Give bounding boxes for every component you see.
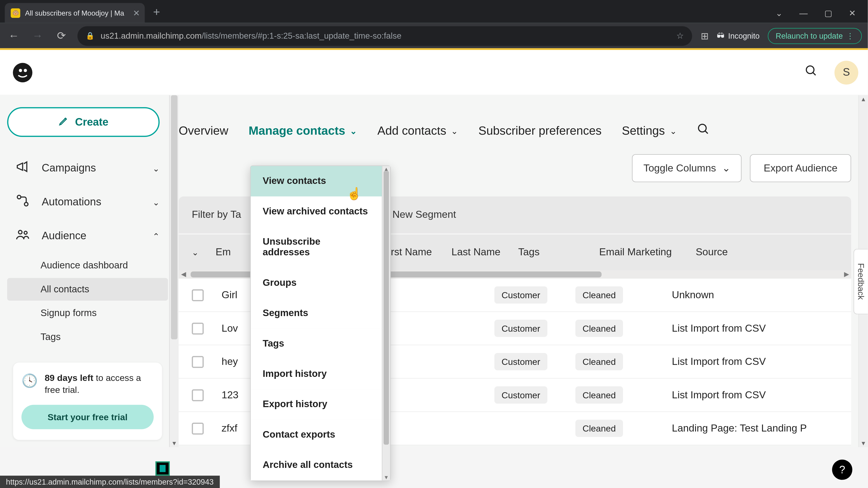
- incognito-icon: 🕶: [717, 31, 724, 40]
- dd-tags[interactable]: Tags: [251, 329, 382, 359]
- svg-point-5: [17, 195, 21, 199]
- tab-close-icon[interactable]: ✕: [133, 8, 140, 18]
- window-close-icon[interactable]: ✕: [849, 8, 856, 18]
- sidebar-item-campaigns[interactable]: Campaigns ⌄: [7, 151, 168, 185]
- megaphone-icon: [16, 160, 31, 177]
- scroll-down-icon[interactable]: ▼: [170, 440, 179, 446]
- trial-text: 89 days left to access a free trial.: [45, 372, 154, 396]
- row-checkbox[interactable]: [192, 322, 204, 334]
- dd-import-history[interactable]: Import history: [251, 359, 382, 389]
- header-search-icon[interactable]: [805, 64, 818, 80]
- cursor-icon: ☝️: [347, 186, 362, 201]
- new-segment-button[interactable]: New Segment: [393, 209, 456, 221]
- incognito-label: Incognito: [728, 31, 760, 40]
- dd-export-history[interactable]: Export history: [251, 389, 382, 420]
- clock-icon: 🕓: [22, 372, 37, 396]
- cell-source: List Import from CSV: [672, 356, 838, 367]
- dd-view-archived-contacts[interactable]: View archived contacts: [251, 197, 382, 227]
- scroll-right-icon[interactable]: ▶: [844, 270, 849, 278]
- tab-title: All subscribers of Moodjoy | Ma: [25, 8, 128, 17]
- svg-point-2: [24, 68, 27, 72]
- col-source[interactable]: Source: [696, 247, 838, 258]
- intercom-launcher-icon[interactable]: [156, 461, 170, 476]
- dd-segments[interactable]: Segments: [251, 298, 382, 328]
- dd-archive-all-contacts[interactable]: Archive all contacts: [251, 450, 382, 480]
- svg-point-6: [24, 202, 28, 206]
- tab-subscriber-preferences[interactable]: Subscriber preferences: [478, 124, 602, 138]
- row-checkbox[interactable]: [192, 289, 204, 301]
- toggle-columns-button[interactable]: Toggle Columns ⌄: [632, 154, 742, 182]
- sidebar-sub-signup-forms[interactable]: Signup forms: [7, 302, 168, 324]
- svg-line-4: [813, 72, 815, 75]
- svg-point-8: [24, 231, 27, 234]
- chevron-down-icon: ⌄: [350, 126, 357, 135]
- dd-unsubscribe-addresses[interactable]: Unsubscribe addresses: [251, 227, 382, 268]
- col-tags[interactable]: Tags: [518, 247, 599, 258]
- sidebar-sub-all-contacts[interactable]: All contacts: [7, 278, 168, 301]
- chevron-up-icon: ⌃: [153, 231, 160, 241]
- page-tabs: Overview Manage contacts ⌄ Add contacts …: [179, 95, 868, 151]
- dd-view-contacts[interactable]: View contacts: [251, 166, 382, 196]
- mailchimp-logo-icon[interactable]: [9, 59, 36, 86]
- feedback-tab[interactable]: Feedback: [854, 249, 868, 314]
- help-fab[interactable]: ?: [832, 459, 852, 480]
- filter-by-tags[interactable]: Filter by Ta: [192, 209, 241, 221]
- svg-point-1: [19, 68, 22, 72]
- svg-point-3: [806, 66, 814, 73]
- sidebar-item-label: Audience: [41, 230, 86, 242]
- sidebar-sub-audience-dashboard[interactable]: Audience dashboard: [7, 254, 168, 277]
- tab-settings[interactable]: Settings ⌄: [622, 124, 677, 138]
- sidebar-item-audience[interactable]: Audience ⌃: [7, 219, 168, 253]
- sidebar-scrollbar[interactable]: ▲ ▼: [169, 95, 179, 447]
- col-email-marketing[interactable]: Email Marketing: [599, 247, 696, 258]
- tab-manage-contacts[interactable]: Manage contacts ⌄: [249, 124, 357, 138]
- relaunch-button[interactable]: Relaunch to update⋮: [768, 28, 862, 44]
- sidebar-item-automations[interactable]: Automations ⌄: [7, 185, 168, 219]
- col-last-name[interactable]: Last Name: [452, 247, 518, 258]
- extensions-icon[interactable]: ⊞: [701, 30, 708, 41]
- col-first-name[interactable]: First Name: [382, 247, 452, 258]
- sidebar-item-label: Campaigns: [41, 162, 96, 174]
- trial-alert: 🕓 89 days left to access a free trial. S…: [13, 363, 162, 440]
- browser-tab[interactable]: 🐵 All subscribers of Moodjoy | Ma ✕: [5, 3, 145, 23]
- bookmark-star-icon[interactable]: ☆: [676, 31, 684, 40]
- forward-button: →: [30, 29, 45, 42]
- chrome-tabsearch-icon[interactable]: ⌄: [776, 8, 783, 18]
- window-minimize-icon[interactable]: —: [799, 8, 808, 18]
- cell-source: Unknown: [672, 289, 838, 301]
- sidebar-sub-tags[interactable]: Tags: [7, 326, 168, 348]
- url-text: us21.admin.mailchimp.com/lists/members/#…: [101, 31, 670, 40]
- brand-accent-strip: [0, 48, 868, 50]
- chevron-down-icon: ⌄: [451, 126, 458, 135]
- scroll-up-icon[interactable]: ▲: [859, 96, 868, 102]
- expand-all-icon[interactable]: ⌄: [192, 248, 215, 257]
- dropdown-scrollbar[interactable]: ▲ ▼: [382, 166, 390, 480]
- scrollbar-thumb[interactable]: [171, 95, 178, 339]
- row-checkbox[interactable]: [192, 356, 204, 367]
- tab-overview[interactable]: Overview: [179, 124, 228, 138]
- address-bar[interactable]: 🔒 us21.admin.mailchimp.com/lists/members…: [78, 26, 692, 46]
- start-trial-button[interactable]: Start your free trial: [22, 404, 154, 429]
- new-tab-button[interactable]: +: [145, 5, 168, 23]
- tab-add-contacts[interactable]: Add contacts ⌄: [377, 124, 458, 138]
- reload-button[interactable]: ⟳: [54, 29, 69, 42]
- export-audience-button[interactable]: Export Audience: [750, 154, 851, 182]
- avatar[interactable]: S: [835, 60, 858, 84]
- scroll-down-icon[interactable]: ▼: [382, 475, 390, 480]
- scrollbar-thumb[interactable]: [383, 171, 389, 445]
- back-button[interactable]: ←: [6, 29, 22, 42]
- sidebar-item-label: Automations: [41, 196, 101, 208]
- row-checkbox[interactable]: [192, 422, 204, 434]
- people-icon: [16, 228, 31, 245]
- create-button[interactable]: Create: [7, 107, 160, 137]
- window-maximize-icon[interactable]: ▢: [825, 8, 832, 18]
- browser-titlebar: 🐵 All subscribers of Moodjoy | Ma ✕ + ⌄ …: [0, 0, 868, 23]
- dd-contact-exports[interactable]: Contact exports: [251, 420, 382, 450]
- scroll-left-icon[interactable]: ◀: [181, 270, 186, 278]
- browser-status-bar: https://us21.admin.mailchimp.com/lists/m…: [0, 476, 219, 488]
- contacts-search-icon[interactable]: [697, 123, 710, 139]
- scroll-down-icon[interactable]: ▼: [859, 440, 868, 446]
- svg-line-10: [705, 131, 708, 133]
- row-checkbox[interactable]: [192, 389, 204, 401]
- dd-groups[interactable]: Groups: [251, 268, 382, 298]
